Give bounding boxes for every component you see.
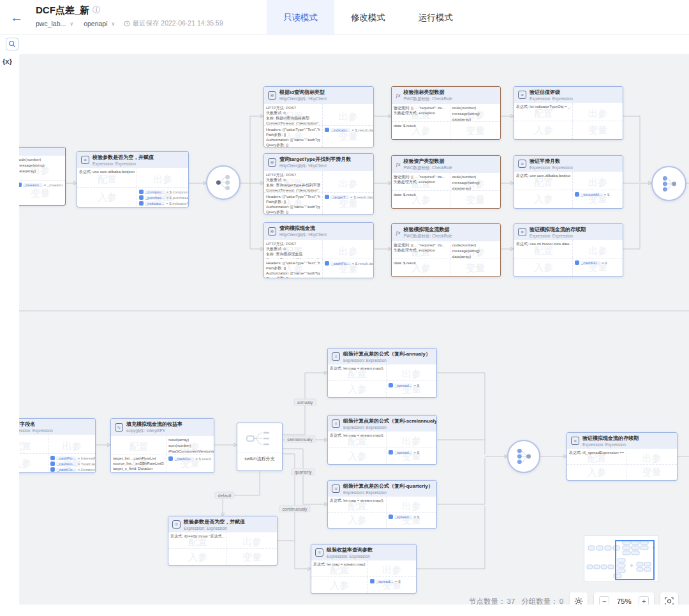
zoom-in-button[interactable]: +	[639, 596, 649, 605]
page-title: DCF点差_新	[36, 4, 89, 17]
edge-label-quarterly: quarterly	[291, 469, 315, 476]
flow-canvas[interactable]: ƒx 配置 出参 入参 变量 code(number)message(strin…	[19, 54, 689, 605]
node-type-icon: ∿	[115, 423, 123, 432]
variable-chip[interactable]: _cashFlo...= Duration	[50, 467, 93, 472]
variable-chip[interactable]: _spread...= $	[370, 579, 414, 583]
node-count-value: 37	[507, 597, 515, 605]
node-body: 配置 出参 入参 变量 表达式: let map = stream.map().…	[328, 432, 436, 464]
settings-button[interactable]	[570, 592, 588, 605]
node-expr-formula-quarterly[interactable]: ≡ 组装计算点差的公式（复利-quarterly） Expression: Ex…	[327, 480, 437, 529]
node-body: 配置 出参 入参 变量 表达式: if(t==0){ throw "表达式...	[168, 532, 277, 565]
variable-icon	[50, 467, 55, 472]
zoom-control: − 75% +	[594, 592, 654, 605]
variable-chip[interactable]: _investm...= _investm...	[19, 183, 63, 187]
group-count-value: 0	[559, 597, 563, 605]
node-check-asset-type[interactable]: ƒx 校验资产类型数据 PWC数据校验: CheckRule 配置 出参 入参 …	[391, 155, 501, 209]
node-subtitle: Expression: Expression	[530, 165, 573, 170]
variable-chip[interactable]: _compou...= $.compoun...	[139, 190, 186, 194]
variable-chip[interactable]: _cashFlo...= $.result.dat...	[325, 261, 371, 266]
search-icon	[8, 40, 16, 48]
node-header: ≡ 验证估值评级 Expression: Expression	[514, 87, 623, 103]
fit-view-button[interactable]	[660, 592, 678, 605]
node-header: ≡ 校验参数是否为空，并赋值 Expression: Expression	[168, 516, 277, 532]
tab-run[interactable]: 运行模式	[402, 0, 470, 35]
node-subtitle: Expression: Expression	[343, 490, 433, 495]
tab-read-only[interactable]: 只读模式	[267, 0, 334, 35]
node-http-query-cashflow[interactable]: ≋ 查询模拟现金流 HttpClient插件: HttpClient 配置 出参…	[263, 222, 374, 278]
edge-label-continuously: continuously	[279, 506, 311, 513]
node-expr-validate-duration-bottom[interactable]: ≡ 验证模拟现金流的存续期 Expression: Expression 配置 …	[567, 432, 678, 481]
variable-chip[interactable]: _indicato...= $.indicatorT...	[139, 201, 186, 206]
variable-chip[interactable]: _smoothM...= $	[575, 192, 621, 197]
gateway-join-bottom[interactable]	[507, 440, 540, 473]
focus-icon	[665, 597, 674, 605]
node-title: 校验参数是否为空，并赋值	[93, 154, 154, 161]
project-select[interactable]: pwc_lab...	[36, 20, 66, 27]
minimap[interactable]	[584, 535, 658, 582]
variable-icon	[325, 261, 329, 266]
edge-label-default: default	[214, 492, 234, 499]
variable-chip[interactable]: _cashFlo...= $	[575, 260, 621, 265]
zoom-out-button[interactable]: −	[599, 596, 609, 605]
gateway-join-top[interactable]	[651, 166, 686, 201]
node-body: 配置 出参 入参 变量 Rate =... _cashFlo...= Inter…	[19, 435, 95, 472]
node-expr-validate-duration-top[interactable]: ≡ 验证模拟现金流的存续期 Expression: Expression 配置 …	[514, 223, 623, 277]
node-header: ≋ 查询targetType并找到平滑月数 HttpClient插件: Http…	[264, 154, 373, 171]
node-type-icon: ≡	[571, 437, 579, 445]
node-body: 配置 出参 入参 变量 result(array)sum(number)iPaa…	[111, 436, 214, 472]
node-expr-formula-annualy[interactable]: ≡ 组装计算点差的公式（复利-annualy） Expression: Expr…	[327, 348, 437, 398]
variable-chip[interactable]: _spread...= $	[389, 383, 434, 387]
node-check-cashflow[interactable]: ƒx 校验模拟现金流数据 PWC数据校验: CheckRule 配置 出参 入参…	[391, 223, 501, 277]
node-interp-fill-yield[interactable]: ∿ 填充模拟现金流的收益率 scipy插件: InterpSPX 配置 出参 入…	[110, 418, 214, 473]
chevron-down-icon[interactable]: ∨	[70, 21, 73, 27]
node-partial-check[interactable]: ƒx 配置 出参 入参 变量 code(number)message(strin…	[19, 147, 66, 206]
node-http-query-targettype[interactable]: ≋ 查询targetType并找到平滑月数 HttpClient插件: Http…	[263, 153, 374, 214]
node-type-icon: ƒx	[396, 93, 400, 98]
back-button[interactable]: ←	[10, 10, 23, 25]
variable-chip[interactable]: _cashFlo...= InterestRate	[50, 456, 93, 460]
variable-icon	[389, 383, 393, 387]
variable-icon	[325, 128, 329, 132]
variable-chip[interactable]: _targetT...= $.result.data	[325, 195, 371, 199]
node-expr-yield-query-params[interactable]: ≡ 组装收益率查询参数 Expression: Expression 配置 出参…	[311, 544, 417, 594]
variable-chip[interactable]: _cashFlo...= $.result	[168, 456, 212, 461]
switch-node-label: switch流程分支	[237, 453, 282, 462]
variable-chip[interactable]: _purchas...= $.purchase...	[139, 195, 186, 200]
node-header: ≋ 查询模拟现金流 HttpClient插件: HttpClient	[264, 223, 373, 240]
variable-icon	[168, 456, 173, 461]
node-subtitle: Expression: Expression	[343, 425, 437, 430]
node-switch-branch[interactable]: switch流程分支	[237, 423, 283, 471]
gateway-split-top[interactable]	[206, 165, 241, 200]
variable-chip[interactable]: _cashFlo...= TotalCashF...	[50, 462, 93, 466]
api-select[interactable]: openapi	[84, 20, 107, 27]
node-partial-set-fields[interactable]: ≡ 设置字段名 Expression: Expression 配置 出参 入参 …	[19, 418, 96, 473]
node-title: 组装收益率查询参数	[327, 546, 373, 553]
node-expr-validate-smooth-months[interactable]: ≡ 验证平滑月数 Expression: Expression 配置 出参 入参…	[514, 155, 623, 209]
node-title: 组装计算点差的公式（复利-quarterly）	[343, 483, 433, 490]
node-check-indicator-type[interactable]: ƒx 校验指标类型数据 PWC数据校验: CheckRule 配置 出参 入参 …	[391, 86, 501, 140]
variable-chip[interactable]: _indicato...= $.result.data	[325, 128, 371, 132]
variable-icon	[50, 456, 55, 460]
node-type-icon: ≡	[81, 156, 89, 164]
info-icon[interactable]: i	[93, 6, 100, 13]
node-body: 配置 出参 入参 变量 表达式: use com.alibaba.fastjso…	[77, 168, 188, 207]
node-expr-validate-valuation[interactable]: ≡ 验证估值评级 Expression: Expression 配置 出参 入参…	[514, 86, 623, 140]
variable-chip[interactable]: _spread...= $	[389, 515, 434, 519]
minimap-viewport[interactable]	[615, 540, 655, 580]
variable-chip[interactable]: _spread...= $	[389, 450, 434, 454]
chevron-down-icon[interactable]: ∨	[112, 21, 115, 27]
node-type-icon: ≋	[268, 91, 276, 100]
node-type-icon: ≡	[332, 485, 340, 493]
node-title: 查询模拟现金流	[279, 225, 327, 232]
node-title: 校验资产类型数据	[403, 158, 452, 165]
node-check-params-empty-top[interactable]: ≡ 校验参数是否为空，并赋值 Expression: Expression 配置…	[77, 151, 189, 207]
gear-icon	[574, 597, 583, 605]
search-button[interactable]	[6, 38, 19, 50]
variable-icon	[19, 183, 22, 187]
node-title: 组装计算点差的公式（复利-annualy）	[343, 350, 431, 357]
node-http-query-indicator-type[interactable]: ≋ 根据id查询指标类型 HttpClient插件: HttpClient 配置…	[263, 86, 374, 147]
variables-panel-icon[interactable]: {x}	[3, 57, 12, 65]
tab-edit[interactable]: 修改模式	[334, 0, 402, 35]
node-check-params-empty-bottom[interactable]: ≡ 校验参数是否为空，并赋值 Expression: Expression 配置…	[168, 516, 278, 566]
node-expr-formula-semiannualy[interactable]: ≡ 组装计算点差的公式（复利-semiannualy） Expression: …	[327, 415, 437, 465]
